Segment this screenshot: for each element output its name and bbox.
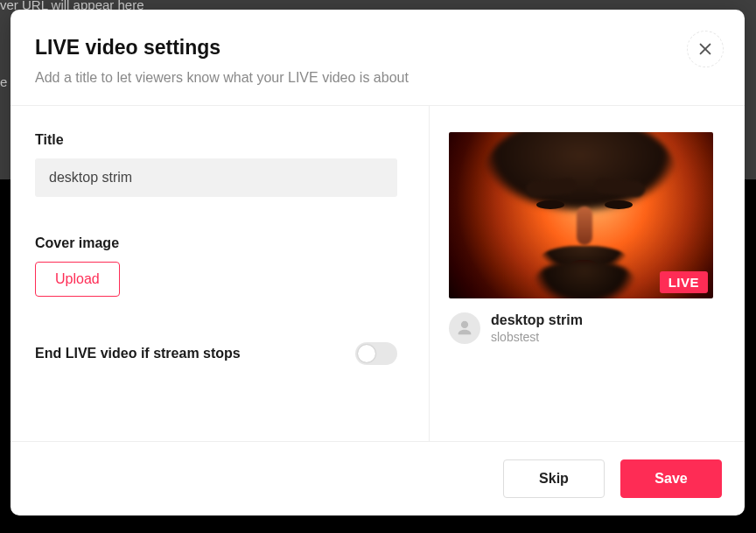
close-button[interactable] — [687, 31, 724, 67]
upload-button[interactable]: Upload — [35, 262, 120, 297]
close-icon — [697, 41, 713, 57]
preview-username: slobstest — [491, 330, 583, 344]
form-panel: Title Cover image Upload End LIVE video … — [10, 106, 430, 441]
preview-user-text: desktop strim slobstest — [491, 312, 583, 344]
cover-image-label: Cover image — [35, 235, 410, 251]
title-input[interactable] — [35, 158, 397, 197]
cover-preview: LIVE — [449, 132, 713, 298]
user-icon — [455, 319, 474, 338]
live-badge: LIVE — [660, 271, 708, 293]
modal-footer: Skip Save — [10, 441, 745, 515]
preview-title: desktop strim — [491, 312, 583, 328]
end-stream-label: End LIVE video if stream stops — [35, 346, 241, 361]
modal-subtitle: Add a title to let viewers know what you… — [35, 70, 720, 86]
background-text-2: e — [0, 74, 7, 89]
app-backdrop: ver URL will appear here e LIVE video se… — [0, 0, 756, 533]
end-stream-toggle[interactable] — [355, 342, 397, 365]
avatar — [449, 312, 480, 344]
title-label: Title — [35, 132, 410, 148]
modal-header: LIVE video settings Add a title to let v… — [10, 10, 745, 106]
skip-button[interactable]: Skip — [503, 459, 605, 498]
modal-title: LIVE video settings — [35, 36, 720, 60]
preview-user-row: desktop strim slobstest — [449, 312, 722, 344]
modal-body: Title Cover image Upload End LIVE video … — [10, 106, 745, 441]
preview-panel: LIVE desktop strim slobstest — [430, 106, 745, 441]
live-settings-modal: LIVE video settings Add a title to let v… — [10, 10, 745, 515]
end-stream-row: End LIVE video if stream stops — [35, 342, 397, 365]
save-button[interactable]: Save — [620, 459, 722, 498]
